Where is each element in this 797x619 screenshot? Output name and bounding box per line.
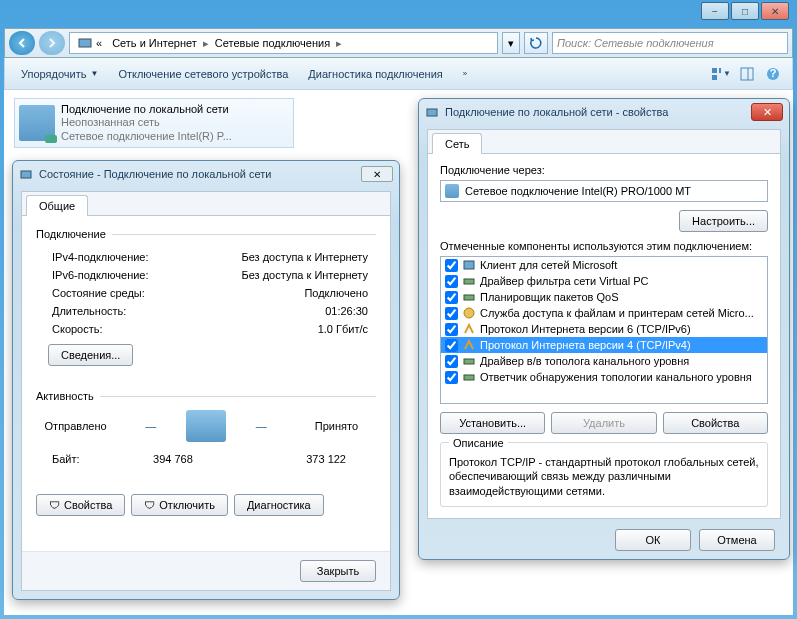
svg-rect-15 bbox=[464, 375, 474, 380]
component-label: Протокол Интернета версии 6 (TCP/IPv6) bbox=[480, 323, 691, 335]
status-close-button[interactable]: ✕ bbox=[361, 166, 393, 182]
svg-rect-11 bbox=[464, 279, 474, 284]
component-label: Планировщик пакетов QoS bbox=[480, 291, 619, 303]
status-titlebar[interactable]: Состояние - Подключение по локальной сет… bbox=[13, 161, 399, 187]
breadcrumb-part1[interactable]: Сеть и Интернет bbox=[108, 33, 201, 53]
ipv6-label: IPv6-подключение: bbox=[52, 269, 149, 281]
components-list[interactable]: Клиент для сетей MicrosoftДрайвер фильтр… bbox=[440, 256, 768, 404]
component-checkbox[interactable] bbox=[445, 307, 458, 320]
component-properties-button[interactable]: Свойства bbox=[663, 412, 768, 434]
component-checkbox[interactable] bbox=[445, 291, 458, 304]
ok-button[interactable]: ОК bbox=[615, 529, 691, 551]
component-checkbox[interactable] bbox=[445, 323, 458, 336]
breadcrumb-part2[interactable]: Сетевые подключения bbox=[211, 33, 334, 53]
component-checkbox[interactable] bbox=[445, 371, 458, 384]
recv-label: Принято bbox=[297, 420, 376, 432]
install-button[interactable]: Установить... bbox=[440, 412, 545, 434]
help-icon: ? bbox=[766, 67, 780, 81]
description-legend: Описание bbox=[449, 437, 508, 449]
component-checkbox[interactable] bbox=[445, 259, 458, 272]
chevron-down-icon: ▼ bbox=[90, 69, 98, 78]
close-dialog-button[interactable]: Закрыть bbox=[300, 560, 376, 582]
adapter-box: Сетевое подключение Intel(R) PRO/1000 MT bbox=[440, 180, 768, 202]
svg-rect-4 bbox=[741, 68, 753, 80]
component-row[interactable]: Драйвер в/в тополога канального уровня bbox=[441, 353, 767, 369]
component-label: Драйвер в/в тополога канального уровня bbox=[480, 355, 689, 367]
refresh-button[interactable] bbox=[524, 32, 548, 54]
duration-value: 01:26:30 bbox=[325, 305, 368, 317]
minimize-button[interactable]: − bbox=[701, 2, 729, 20]
organize-menu[interactable]: Упорядочить▼ bbox=[13, 64, 106, 84]
component-row[interactable]: Протокол Интернета версии 4 (TCP/IPv4) bbox=[441, 337, 767, 353]
address-dropdown[interactable]: ▾ bbox=[502, 32, 520, 54]
breadcrumb[interactable]: « Сеть и Интернет ▸ Сетевые подключения … bbox=[69, 32, 498, 54]
back-button[interactable] bbox=[9, 31, 35, 55]
network-icon bbox=[19, 167, 33, 181]
driver-icon bbox=[462, 370, 476, 384]
dash-icon: — bbox=[256, 420, 267, 432]
cancel-button[interactable]: Отмена bbox=[699, 529, 775, 551]
forward-button[interactable] bbox=[39, 31, 65, 55]
breadcrumb-root[interactable]: « bbox=[74, 33, 106, 53]
connection-title: Подключение по локальной сети bbox=[61, 103, 232, 116]
components-label: Отмеченные компоненты используются этим … bbox=[440, 240, 768, 252]
svg-rect-14 bbox=[464, 359, 474, 364]
media-label: Состояние среды: bbox=[52, 287, 145, 299]
command-bar: Упорядочить▼ Отключение сетевого устройс… bbox=[4, 58, 793, 90]
ipv6-value: Без доступа к Интернету bbox=[241, 269, 368, 281]
network-adapter-icon bbox=[19, 105, 55, 141]
component-row[interactable]: Планировщик пакетов QoS bbox=[441, 289, 767, 305]
component-row[interactable]: Служба доступа к файлам и принтерам сете… bbox=[441, 305, 767, 321]
properties-close-button[interactable]: ✕ bbox=[751, 103, 783, 121]
tab-network[interactable]: Сеть bbox=[432, 133, 482, 154]
svg-text:?: ? bbox=[770, 67, 777, 79]
help-button[interactable]: ? bbox=[762, 63, 784, 85]
svg-rect-8 bbox=[21, 171, 31, 178]
configure-button[interactable]: Настроить... bbox=[679, 210, 768, 232]
disable-device-button[interactable]: Отключение сетевого устройства bbox=[110, 64, 296, 84]
recv-bytes: 373 122 bbox=[216, 453, 346, 465]
svg-rect-2 bbox=[719, 68, 721, 73]
sent-bytes: 394 768 bbox=[103, 453, 193, 465]
proto-icon bbox=[462, 322, 476, 336]
dash-icon: — bbox=[145, 420, 156, 432]
component-row[interactable]: Клиент для сетей Microsoft bbox=[441, 257, 767, 273]
driver-icon bbox=[462, 290, 476, 304]
search-input[interactable]: Поиск: Сетевые подключения bbox=[552, 32, 788, 54]
maximize-button[interactable]: □ bbox=[731, 2, 759, 20]
diagnostics-button[interactable]: Диагностика bbox=[234, 494, 324, 516]
svg-rect-0 bbox=[79, 39, 91, 47]
arrow-left-icon bbox=[17, 38, 27, 48]
preview-pane-button[interactable] bbox=[736, 63, 758, 85]
svg-rect-9 bbox=[427, 109, 437, 116]
component-row[interactable]: Драйвер фильтра сети Virtual PC bbox=[441, 273, 767, 289]
view-options-button[interactable]: ▼ bbox=[710, 63, 732, 85]
diagnose-button[interactable]: Диагностика подключения bbox=[300, 64, 450, 84]
client-icon bbox=[462, 258, 476, 272]
disable-button[interactable]: 🛡Отключить bbox=[131, 494, 228, 516]
details-button[interactable]: Сведения... bbox=[48, 344, 133, 366]
tab-general[interactable]: Общие bbox=[26, 195, 88, 216]
window-controls: − □ ✕ bbox=[701, 2, 789, 20]
properties-titlebar[interactable]: Подключение по локальной сети - свойства… bbox=[419, 99, 789, 125]
svg-rect-1 bbox=[712, 68, 717, 73]
service-icon bbox=[462, 306, 476, 320]
properties-button[interactable]: 🛡Свойства bbox=[36, 494, 125, 516]
component-checkbox[interactable] bbox=[445, 339, 458, 352]
ipv4-label: IPv4-подключение: bbox=[52, 251, 149, 263]
overflow-menu[interactable]: » bbox=[455, 65, 475, 82]
connection-status: Неопознанная сеть bbox=[61, 116, 232, 129]
close-button[interactable]: ✕ bbox=[761, 2, 789, 20]
properties-dialog: Подключение по локальной сети - свойства… bbox=[418, 98, 790, 560]
view-icon bbox=[711, 67, 721, 81]
activity-section-label: Активность bbox=[36, 390, 94, 402]
component-checkbox[interactable] bbox=[445, 275, 458, 288]
properties-body: Сеть Подключение через: Сетевое подключе… bbox=[427, 129, 781, 519]
breadcrumb-sep: ▸ bbox=[336, 37, 342, 50]
component-row[interactable]: Ответчик обнаружения топологии канальног… bbox=[441, 369, 767, 385]
component-row[interactable]: Протокол Интернета версии 6 (TCP/IPv6) bbox=[441, 321, 767, 337]
svg-rect-10 bbox=[464, 261, 474, 269]
connection-item[interactable]: Подключение по локальной сети Неопознанн… bbox=[14, 98, 294, 148]
shield-icon: 🛡 bbox=[144, 499, 155, 511]
component-checkbox[interactable] bbox=[445, 355, 458, 368]
